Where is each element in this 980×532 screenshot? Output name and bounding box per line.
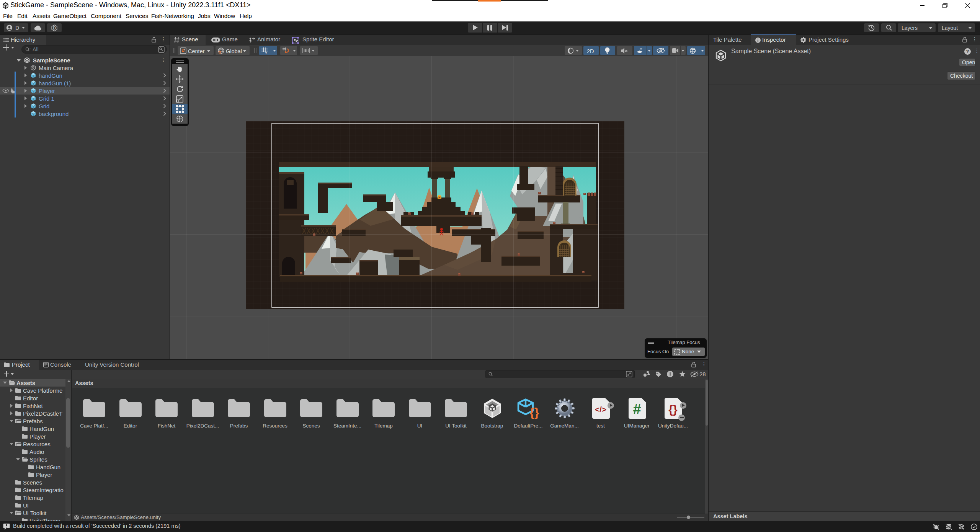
svg-text:{}: {} [530,405,539,419]
svg-text:{}: {} [668,403,678,416]
svg-text:D: D [53,26,56,30]
svg-text:#: # [633,401,641,417]
svg-text:Y: Y [265,51,267,54]
svg-text:</>: </> [595,405,606,414]
svg-text:?: ? [966,49,969,54]
